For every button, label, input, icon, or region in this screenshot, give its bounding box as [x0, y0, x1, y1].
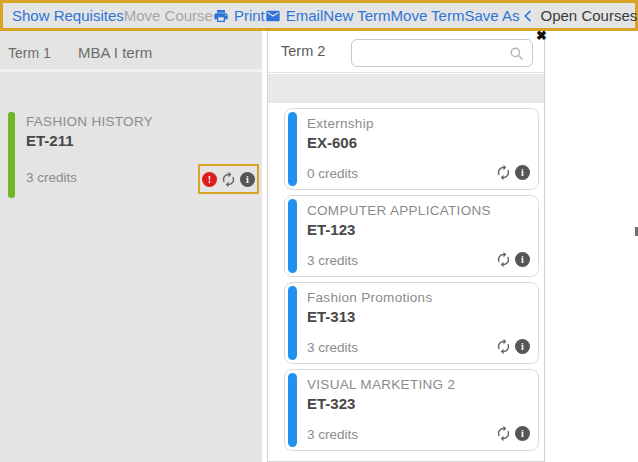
course-card-ex606[interactable]: Externship EX-606 0 credits i	[284, 108, 539, 190]
print-button[interactable]: Print	[213, 7, 265, 24]
course-title: FASHION HISTORY	[26, 114, 153, 129]
term2-label: Term 2	[281, 43, 325, 59]
course-list: Externship EX-606 0 credits i COMPUTER A…	[284, 108, 539, 456]
term2-header: Term 2	[268, 31, 544, 73]
print-label: Print	[234, 7, 265, 24]
info-icon[interactable]: i	[515, 165, 530, 180]
term1-header: Term 1 MBA I term	[0, 31, 262, 72]
chevron-left-icon	[520, 8, 536, 24]
close-icon[interactable]: ✖	[536, 29, 547, 42]
course-icons: i	[495, 338, 530, 355]
course-credits: 3 credits	[307, 427, 358, 442]
toolbar: Show Requisites Move Course Print Email …	[0, 0, 638, 31]
course-icons: i	[495, 425, 530, 442]
email-button[interactable]: Email	[265, 7, 324, 24]
course-search-input[interactable]	[351, 39, 533, 67]
course-card-et123[interactable]: COMPUTER APPLICATIONS ET-123 3 credits i	[284, 195, 539, 277]
course-accent-bar	[288, 199, 297, 273]
show-requisites-button[interactable]: Show Requisites	[12, 7, 124, 24]
info-icon[interactable]: i	[515, 252, 530, 267]
course-title: VISUAL MARKETING 2	[307, 377, 455, 392]
open-courses-label: Open Courses	[541, 7, 638, 24]
course-accent-bar	[288, 286, 297, 360]
alert-icon[interactable]: !	[202, 172, 217, 187]
course-credits: 3 credits	[307, 340, 358, 355]
term1-label: Term 1	[8, 45, 51, 61]
term2-panel: Term 2 ✖ Externship EX-606 0 credits i	[267, 31, 545, 462]
course-code: ET-211	[26, 132, 74, 149]
sync-icon[interactable]	[495, 164, 512, 181]
move-term-button[interactable]: Move Term	[391, 7, 465, 24]
move-term-label: Move Term	[391, 7, 465, 24]
sync-icon[interactable]	[495, 338, 512, 355]
course-accent-bar	[288, 112, 297, 186]
course-card-et323[interactable]: VISUAL MARKETING 2 ET-323 3 credits i	[284, 369, 539, 451]
envelope-icon	[265, 8, 281, 24]
course-card-et211[interactable]: FASHION HISTORY ET-211 3 credits ! i	[0, 112, 262, 202]
term1-panel: Term 1 MBA I term FASHION HISTORY ET-211…	[0, 31, 262, 462]
course-code: ET-323	[307, 395, 355, 412]
term1-name: MBA I term	[78, 44, 152, 61]
course-credits: 3 credits	[26, 170, 77, 185]
printer-icon	[213, 8, 229, 24]
email-label: Email	[286, 7, 324, 24]
course-credits: 3 credits	[307, 253, 358, 268]
sync-icon[interactable]	[495, 425, 512, 442]
show-requisites-label: Show Requisites	[12, 7, 124, 24]
term2-dropzone	[268, 74, 544, 103]
new-term-button[interactable]: New Term	[323, 7, 390, 24]
course-card-et313[interactable]: Fashion Promotions ET-313 3 credits i	[284, 282, 539, 364]
course-planner-window: Show Requisites Move Course Print Email …	[0, 0, 638, 462]
open-courses-button[interactable]: Open Courses	[520, 7, 638, 24]
sync-icon[interactable]	[220, 171, 237, 188]
save-as-label: Save As	[464, 7, 519, 24]
info-icon[interactable]: i	[515, 426, 530, 441]
course-title: COMPUTER APPLICATIONS	[307, 203, 491, 218]
new-term-label: New Term	[323, 7, 390, 24]
course-icons: i	[495, 164, 530, 181]
course-title: Fashion Promotions	[307, 290, 432, 305]
move-course-label: Move Course	[124, 7, 213, 24]
move-course-button[interactable]: Move Course	[124, 7, 213, 24]
info-icon[interactable]: i	[515, 339, 530, 354]
course-credits: 0 credits	[307, 166, 358, 181]
sync-icon[interactable]	[495, 251, 512, 268]
course-accent-bar	[288, 373, 297, 447]
course-code: ET-123	[307, 221, 355, 238]
course-code: EX-606	[307, 134, 357, 151]
info-icon[interactable]: i	[240, 172, 255, 187]
course-title: Externship	[307, 116, 374, 131]
course-code: ET-313	[307, 308, 355, 325]
course-icons: i	[495, 251, 530, 268]
course-icons-highlight-box: ! i	[198, 164, 259, 194]
save-as-button[interactable]: Save As	[464, 7, 519, 24]
course-accent-bar	[8, 112, 15, 198]
